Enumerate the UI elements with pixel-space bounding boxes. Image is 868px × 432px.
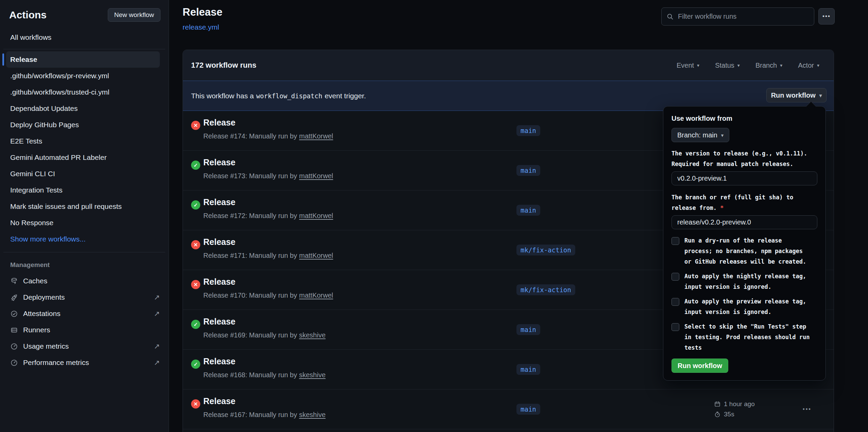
sidebar-item-gemini-cli-ci[interactable]: Gemini CLI CI — [6, 166, 160, 182]
run-desc-text: Release #169: Manually run by — [203, 331, 297, 339]
external-link-icon — [154, 293, 160, 301]
run-meta: 1 hour ago 35s — [714, 400, 755, 418]
actor-link[interactable]: mattKorwel — [299, 292, 333, 299]
nightly-tag-checkbox[interactable] — [671, 273, 679, 281]
branch-badge[interactable]: main — [516, 205, 540, 216]
actor-link[interactable]: mattKorwel — [299, 132, 333, 140]
sidebar-item-label: Attestations — [23, 310, 61, 318]
sidebar-item-label: Performance metrics — [23, 359, 89, 367]
sidebar-item-attestations[interactable]: Attestations — [6, 305, 160, 322]
ref-input[interactable] — [671, 215, 817, 229]
run-title-link[interactable]: Release — [203, 118, 236, 128]
check-circle-icon — [191, 360, 200, 369]
run-description: Release #174: Manually run bymattKorwel — [203, 132, 333, 140]
workflow-file-link[interactable]: release.yml — [183, 23, 219, 31]
version-input[interactable] — [671, 171, 817, 185]
branch-badge[interactable]: mk/fix-action — [516, 245, 575, 255]
sidebar-divider — [3, 252, 165, 252]
page-title: Release — [183, 6, 222, 18]
show-more-workflows-link[interactable]: Show more workflows... — [6, 231, 160, 247]
runs-list-header: 172 workflow runs Event Status Branch Ac… — [183, 50, 834, 81]
run-title-link[interactable]: Release — [203, 317, 236, 327]
run-title-link[interactable]: Release — [203, 197, 236, 207]
actor-link[interactable]: skeshive — [299, 331, 326, 339]
actor-link[interactable]: mattKorwel — [299, 172, 333, 180]
branch-selector-button[interactable]: Branch: main — [671, 128, 729, 142]
run-title-link[interactable]: Release — [203, 356, 236, 366]
chevron-down-icon — [817, 63, 819, 68]
new-workflow-button[interactable]: New workflow — [108, 8, 160, 22]
actor-link[interactable]: skeshive — [299, 371, 326, 379]
sidebar-item-trusted-ci[interactable]: .github/workflows/trusted-ci.yml — [6, 84, 160, 100]
filter-workflow-runs-search[interactable] — [661, 7, 814, 26]
sidebar-item-label: Runners — [23, 326, 50, 334]
run-options-kebab-button[interactable] — [797, 402, 817, 416]
run-description: Release #172: Manually run bymattKorwel — [203, 212, 333, 220]
workflow-options-kebab-button[interactable] — [818, 8, 835, 24]
sidebar-item-deploy-github-pages[interactable]: Deploy GitHub Pages — [6, 117, 160, 133]
skip-tests-label: Select to skip the "Run Tests" step in t… — [684, 321, 812, 353]
actor-link[interactable]: skeshive — [299, 411, 326, 418]
actor-link[interactable]: mattKorwel — [299, 212, 333, 219]
x-circle-icon — [191, 399, 200, 409]
sidebar-item-label: Usage metrics — [23, 342, 69, 350]
search-icon — [666, 13, 674, 20]
filter-actor[interactable]: Actor — [798, 62, 819, 69]
sidebar-item-runners[interactable]: Runners — [6, 322, 160, 338]
filter-branch[interactable]: Branch — [755, 62, 782, 69]
run-title-link[interactable]: Release — [203, 396, 236, 406]
banner-text-prefix: This workflow has a — [191, 92, 254, 100]
sidebar-item-no-response[interactable]: No Response — [6, 215, 160, 231]
runs-filters: Event Status Branch Actor — [677, 62, 819, 69]
meter-icon — [10, 359, 18, 367]
dry-run-label: Run a dry-run of the release process; no… — [684, 235, 812, 267]
run-workflow-dropdown: Use workflow from Branch: main The versi… — [663, 106, 826, 381]
required-asterisk: * — [720, 204, 724, 211]
filter-status[interactable]: Status — [715, 62, 740, 69]
sidebar-item-release[interactable]: Release — [6, 51, 160, 68]
branch-badge[interactable]: main — [516, 364, 540, 375]
sidebar-item-mark-stale[interactable]: Mark stale issues and pull requests — [6, 198, 160, 215]
branch-badge[interactable]: main — [516, 165, 540, 176]
filter-event[interactable]: Event — [677, 62, 699, 69]
run-title-link[interactable]: Release — [203, 237, 236, 247]
branch-badge[interactable]: main — [516, 125, 540, 136]
ref-input-description: The branch or ref (full git sha) to rele… — [671, 192, 818, 213]
sidebar-item-usage-metrics[interactable]: Usage metrics — [6, 338, 160, 354]
branch-badge[interactable]: main — [516, 404, 540, 415]
sidebar-item-dependabot-updates[interactable]: Dependabot Updates — [6, 100, 160, 117]
workflow-run-row[interactable]: Release Release #167: Manually run byske… — [183, 389, 834, 429]
chevron-down-icon — [819, 93, 822, 98]
external-link-icon — [154, 359, 160, 367]
sidebar-item-performance-metrics[interactable]: Performance metrics — [6, 354, 160, 371]
skip-tests-checkbox[interactable] — [671, 323, 679, 331]
rocket-icon — [10, 294, 18, 301]
sidebar-item-caches[interactable]: Caches — [6, 273, 160, 289]
branch-badge[interactable]: mk/fix-action — [516, 284, 575, 295]
run-title-link[interactable]: Release — [203, 277, 236, 287]
page-heading-actions: Actions — [9, 9, 47, 21]
check-circle-icon — [191, 320, 200, 329]
sidebar-item-e2e-tests[interactable]: E2E Tests — [6, 133, 160, 149]
search-input[interactable] — [677, 12, 809, 21]
management-list: Caches Deployments Attestations — [0, 273, 169, 371]
ref-description-text: The branch or ref (full git sha) to rele… — [671, 194, 793, 211]
sidebar-item-gemini-pr-labeler[interactable]: Gemini Automated PR Labeler — [6, 149, 160, 166]
branch-badge[interactable]: main — [516, 324, 540, 335]
run-description: Release #167: Manually run byskeshive — [203, 411, 326, 419]
chevron-down-icon — [780, 63, 782, 68]
sidebar-item-all-workflows[interactable]: All workflows — [0, 31, 169, 44]
check-circle-icon — [191, 161, 200, 170]
actor-link[interactable]: mattKorwel — [299, 252, 333, 259]
sidebar-item-pr-review[interactable]: .github/workflows/pr-review.yml — [6, 68, 160, 84]
preview-tag-checkbox[interactable] — [671, 298, 679, 306]
sidebar-item-integration-tests[interactable]: Integration Tests — [6, 182, 160, 198]
run-title-link[interactable]: Release — [203, 157, 236, 167]
run-workflow-dropdown-button[interactable]: Run workflow — [766, 88, 827, 102]
dry-run-checkbox[interactable] — [671, 237, 679, 245]
sidebar-item-deployments[interactable]: Deployments — [6, 289, 160, 305]
preview-tag-option: Auto apply the preview release tag, inpu… — [671, 296, 817, 317]
run-workflow-submit-button[interactable]: Run workflow — [671, 359, 728, 373]
verified-icon — [10, 310, 18, 318]
nightly-tag-label: Auto apply the nightly release tag, inpu… — [684, 271, 812, 292]
